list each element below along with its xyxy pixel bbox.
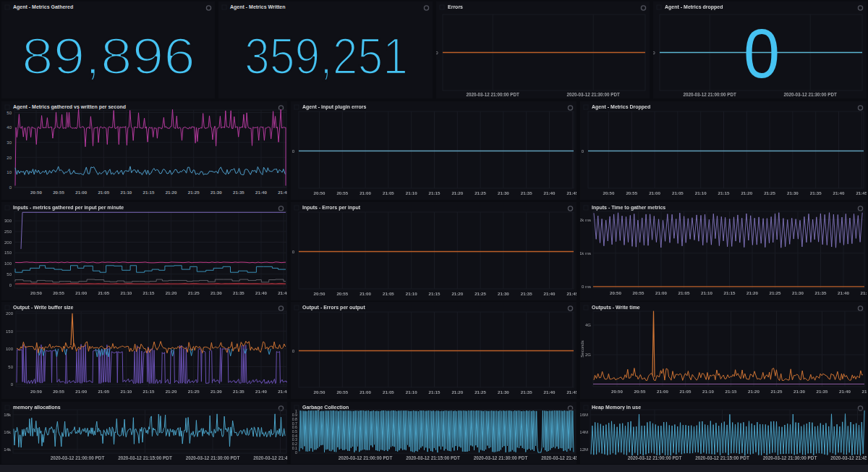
- svg-text:50: 50: [7, 111, 12, 115]
- svg-text:21:20: 21:20: [451, 291, 463, 296]
- svg-text:21:35: 21:35: [521, 291, 532, 296]
- svg-text:21:10: 21:10: [406, 389, 417, 395]
- svg-text:21:10: 21:10: [702, 389, 714, 394]
- svg-text:21:05: 21:05: [383, 291, 394, 296]
- svg-text:10: 10: [7, 170, 12, 174]
- svg-text:2020-03-12 21:30:00 PDT: 2020-03-12 21:30:00 PDT: [763, 455, 817, 460]
- svg-text:Inputs - Time to gather metric: Inputs - Time to gather metrics: [592, 205, 665, 211]
- svg-text:21:15: 21:15: [143, 389, 155, 394]
- svg-text:2020-03-12 21:15:00 PDT: 2020-03-12 21:15:00 PDT: [695, 455, 749, 460]
- svg-text:150: 150: [6, 329, 14, 334]
- svg-text:21:40: 21:40: [544, 389, 556, 395]
- svg-text:14M: 14M: [580, 430, 588, 434]
- svg-text:2020-03-12 21:15:00 PDT: 2020-03-12 21:15:00 PDT: [406, 455, 460, 460]
- svg-text:21:30: 21:30: [793, 389, 805, 394]
- svg-text:21:00: 21:00: [359, 291, 371, 296]
- svg-text:21:45: 21:45: [862, 389, 867, 394]
- svg-text:2020-03-12 21:00:00 PDT: 2020-03-12 21:00:00 PDT: [466, 92, 519, 97]
- svg-text:12M: 12M: [580, 447, 588, 452]
- svg-text:21:15: 21:15: [429, 190, 441, 195]
- svg-text:16k: 16k: [4, 430, 12, 434]
- svg-text:21:05: 21:05: [672, 190, 684, 195]
- svg-text:21:00: 21:00: [75, 190, 87, 195]
- svg-text:21:35: 21:35: [815, 290, 827, 295]
- svg-text:21:35: 21:35: [233, 190, 244, 195]
- svg-text:21:25: 21:25: [770, 290, 781, 295]
- svg-text:21:00: 21:00: [359, 389, 371, 395]
- svg-text:21:45: 21:45: [566, 190, 576, 195]
- svg-text:21:10: 21:10: [120, 290, 132, 295]
- svg-text:0: 0: [295, 450, 297, 455]
- svg-text:Inputs - Errors per input: Inputs - Errors per input: [302, 205, 361, 211]
- svg-text:2020-03-12 21:30:00 PDT: 2020-03-12 21:30:00 PDT: [474, 455, 528, 460]
- svg-text:21:30: 21:30: [498, 190, 509, 195]
- svg-text:21:05: 21:05: [383, 389, 394, 395]
- svg-text:21:40: 21:40: [255, 190, 267, 195]
- svg-text:21:20: 21:20: [748, 389, 760, 394]
- svg-text:Agent - Metrics Gathered: Agent - Metrics Gathered: [13, 4, 73, 10]
- svg-text:2020-03-12 21:30:00 PDT: 2020-03-12 21:30:00 PDT: [566, 92, 620, 97]
- svg-text:18k: 18k: [4, 413, 12, 417]
- svg-text:20:55: 20:55: [336, 190, 348, 195]
- svg-text:14k: 14k: [4, 447, 12, 452]
- svg-text:0: 0: [582, 149, 584, 153]
- svg-text:21:10: 21:10: [701, 290, 712, 295]
- svg-text:20: 20: [7, 156, 12, 160]
- svg-text:1k ms: 1k ms: [580, 251, 591, 256]
- svg-text:21:45: 21:45: [566, 291, 576, 296]
- svg-text:Output - Errors per output: Output - Errors per output: [302, 305, 365, 311]
- svg-text:21:45: 21:45: [861, 290, 867, 295]
- svg-text:0: 0: [292, 250, 295, 254]
- svg-text:21:05: 21:05: [98, 190, 109, 195]
- svg-text:2020-03-12 21:30:00 PDT: 2020-03-12 21:30:00 PDT: [783, 92, 837, 97]
- svg-text:21:00: 21:00: [657, 389, 668, 394]
- svg-text:21:40: 21:40: [838, 290, 849, 295]
- svg-text:21:45: 21:45: [856, 190, 867, 195]
- svg-text:21:25: 21:25: [764, 190, 775, 195]
- svg-text:21:25: 21:25: [188, 290, 200, 295]
- svg-text:20:50: 20:50: [30, 290, 42, 295]
- svg-text:21:45: 21:45: [278, 190, 287, 195]
- svg-text:21:20: 21:20: [166, 389, 177, 394]
- svg-text:21:35: 21:35: [810, 190, 822, 195]
- svg-text:21:35: 21:35: [521, 190, 532, 195]
- svg-text:21:20: 21:20: [166, 290, 177, 295]
- svg-text:21:25: 21:25: [475, 291, 486, 296]
- svg-text:30: 30: [7, 140, 12, 145]
- svg-text:Outputs - Write time: Outputs - Write time: [592, 305, 640, 311]
- svg-text:20:55: 20:55: [633, 290, 644, 295]
- svg-text:0: 0: [653, 51, 655, 55]
- svg-text:21:25: 21:25: [475, 190, 486, 195]
- svg-text:2020-03-12 21:30:00 PDT: 2020-03-12 21:30:00 PDT: [186, 455, 240, 460]
- svg-text:21:30: 21:30: [498, 389, 509, 395]
- svg-text:0: 0: [9, 283, 12, 287]
- svg-text:21:35: 21:35: [233, 389, 244, 394]
- svg-text:Agent - Metrics Dropped: Agent - Metrics Dropped: [592, 104, 650, 110]
- svg-text:20:50: 20:50: [314, 389, 326, 395]
- svg-text:0: 0: [9, 185, 12, 190]
- svg-text:21:35: 21:35: [817, 389, 828, 394]
- svg-text:21:00: 21:00: [655, 290, 667, 295]
- svg-text:21:15: 21:15: [143, 190, 155, 195]
- svg-text:2020-03-12 21:15:00 PDT: 2020-03-12 21:15:00 PDT: [118, 455, 172, 460]
- svg-text:21:30: 21:30: [210, 389, 222, 394]
- svg-text:0: 0: [292, 149, 295, 153]
- svg-text:50: 50: [7, 272, 12, 277]
- svg-text:21:05: 21:05: [98, 290, 109, 295]
- svg-text:2020-03-12 21:00:00 PDT: 2020-03-12 21:00:00 PDT: [51, 455, 105, 460]
- svg-text:20:55: 20:55: [53, 290, 64, 295]
- svg-text:Errors: Errors: [448, 4, 463, 9]
- svg-text:100: 100: [6, 347, 14, 351]
- svg-text:21:15: 21:15: [429, 389, 441, 395]
- svg-text:Agent - Metrics gathered vs wr: Agent - Metrics gathered vs written per …: [13, 104, 126, 110]
- svg-text:20:50: 20:50: [314, 190, 326, 195]
- svg-text:21:10: 21:10: [406, 291, 417, 296]
- svg-text:21:30: 21:30: [792, 290, 804, 295]
- svg-text:0: 0: [744, 14, 780, 92]
- svg-text:21:00: 21:00: [359, 190, 371, 195]
- svg-text:20:50: 20:50: [30, 190, 42, 195]
- svg-text:2G: 2G: [585, 353, 591, 357]
- svg-text:21:25: 21:25: [475, 389, 486, 395]
- svg-text:0: 0: [292, 349, 295, 353]
- svg-text:359,251: 359,251: [244, 28, 408, 85]
